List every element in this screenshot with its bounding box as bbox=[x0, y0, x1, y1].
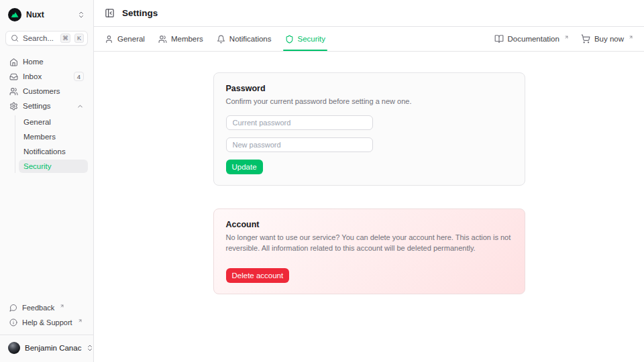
user-name: Benjamin Canac bbox=[25, 344, 81, 352]
feedback-link[interactable]: Feedback bbox=[5, 301, 88, 314]
home-icon bbox=[9, 58, 18, 66]
sidebar-nav: Home Inbox 4 Customers Settings bbox=[5, 55, 88, 173]
kbd-k: K bbox=[74, 34, 84, 43]
tab-notifications[interactable]: Notifications bbox=[217, 27, 272, 51]
tabs: General Members Notifications bbox=[105, 27, 325, 51]
bell-icon bbox=[217, 35, 225, 44]
chat-bubble-icon bbox=[9, 304, 17, 312]
info-icon bbox=[9, 318, 17, 326]
page-header: Settings bbox=[94, 0, 644, 27]
sidebar-item-settings[interactable]: Settings bbox=[5, 99, 88, 113]
documentation-link[interactable]: Documentation bbox=[494, 27, 569, 51]
delete-account-button[interactable]: Delete account bbox=[226, 268, 290, 283]
account-card: Account No longer want to use our servic… bbox=[213, 208, 525, 294]
sidebar-item-security[interactable]: Security bbox=[19, 160, 88, 173]
page-title: Settings bbox=[122, 8, 158, 18]
password-card: Password Confirm your current password b… bbox=[213, 72, 525, 186]
tabbar-links: Documentation Buy now bbox=[494, 27, 633, 51]
password-card-description: Confirm your current password before set… bbox=[226, 96, 513, 107]
app-window: Nuxt Search... ⌘ K Home bbox=[0, 0, 644, 362]
users-icon bbox=[158, 35, 167, 44]
inbox-count-badge: 4 bbox=[74, 72, 84, 81]
sidebar-footer: Feedback Help & Support Benjamin Canac bbox=[5, 301, 88, 357]
current-password-field[interactable] bbox=[226, 115, 373, 130]
settings-subnav: General Members Notifications Security bbox=[15, 115, 88, 173]
external-link-icon bbox=[629, 35, 633, 40]
shield-icon bbox=[285, 35, 294, 44]
nuxt-logo-icon bbox=[8, 8, 21, 21]
help-support-link[interactable]: Help & Support bbox=[5, 316, 88, 329]
sidebar-item-customers[interactable]: Customers bbox=[5, 84, 88, 98]
buy-now-link[interactable]: Buy now bbox=[581, 27, 633, 51]
account-card-description: No longer want to use our service? You c… bbox=[226, 232, 513, 253]
external-link-icon bbox=[60, 304, 64, 308]
team-switcher[interactable]: Nuxt bbox=[5, 7, 88, 23]
chevrons-up-down-icon bbox=[77, 11, 85, 19]
sidebar: Nuxt Search... ⌘ K Home bbox=[0, 0, 94, 362]
user-menu[interactable]: Benjamin Canac bbox=[5, 339, 88, 357]
sidebar-item-home[interactable]: Home bbox=[5, 55, 88, 68]
book-open-icon bbox=[494, 34, 504, 44]
external-link-icon bbox=[78, 318, 83, 323]
tab-security[interactable]: Security bbox=[285, 27, 326, 51]
team-name: Nuxt bbox=[26, 10, 72, 19]
tabbar: General Members Notifications bbox=[94, 27, 644, 52]
avatar bbox=[8, 342, 20, 354]
kbd-cmd: ⌘ bbox=[60, 34, 70, 43]
divider bbox=[0, 335, 93, 335]
account-card-title: Account bbox=[226, 220, 513, 229]
tab-general[interactable]: General bbox=[105, 27, 145, 51]
sidebar-item-general[interactable]: General bbox=[19, 115, 88, 129]
search-icon bbox=[11, 34, 19, 42]
search-input[interactable]: Search... ⌘ K bbox=[5, 31, 88, 46]
user-icon bbox=[105, 35, 113, 44]
shopping-cart-icon bbox=[581, 34, 590, 44]
search-placeholder: Search... bbox=[23, 34, 56, 42]
chevrons-up-down-icon bbox=[86, 344, 94, 352]
update-password-button[interactable]: Update bbox=[226, 160, 263, 174]
main-area: Settings General Members bbox=[94, 0, 644, 362]
new-password-field[interactable] bbox=[226, 137, 373, 152]
sidebar-item-notifications[interactable]: Notifications bbox=[19, 145, 88, 158]
sidebar-item-members[interactable]: Members bbox=[19, 130, 88, 143]
collapse-sidebar-icon[interactable] bbox=[105, 8, 115, 18]
sidebar-item-inbox[interactable]: Inbox 4 bbox=[5, 70, 88, 83]
password-card-title: Password bbox=[226, 84, 513, 93]
settings-security-panel: Password Confirm your current password b… bbox=[94, 52, 644, 362]
gear-icon bbox=[9, 102, 18, 111]
tab-members[interactable]: Members bbox=[158, 27, 203, 51]
users-icon bbox=[9, 87, 18, 96]
external-link-icon bbox=[564, 35, 569, 40]
inbox-icon bbox=[9, 72, 18, 81]
chevron-up-icon bbox=[76, 103, 84, 110]
